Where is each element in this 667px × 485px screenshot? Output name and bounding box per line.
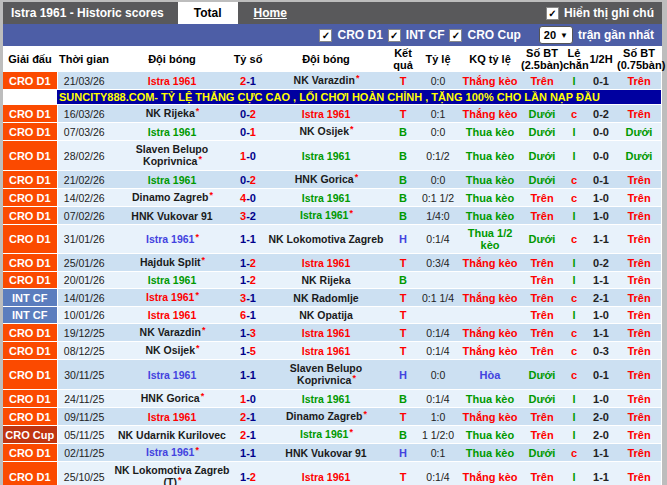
odd-even-cell: c (563, 171, 585, 189)
odds-cell: 0:1 1/4 (417, 289, 459, 307)
column-header: Giải đấu (3, 46, 57, 72)
half-time-score-cell: 1-1 (585, 324, 617, 342)
result-cell: B (389, 123, 417, 141)
home-team: NK Osijek* (111, 342, 233, 360)
odd-even-cell: c (563, 444, 585, 462)
over-under-0-75-cell: Trên (617, 462, 661, 485)
team-name: NK Lokomotiva Zagreb (269, 233, 384, 245)
handicap-star-icon: * (202, 255, 206, 265)
away-team: NK Lokomotiva Zagreb (263, 225, 389, 254)
odds-cell: 1:0 (417, 408, 459, 426)
match-row: CRO D121/03/26Istra 19612-1NK Varazdin*T… (3, 72, 661, 90)
over-under-2-5-cell: Trên (521, 254, 563, 272)
match-row: CRO D125/01/26Hajduk Split*1-2Istra 1961… (3, 254, 661, 272)
result-cell: H (389, 360, 417, 390)
match-date: 05/11/25 (57, 426, 111, 444)
odds-cell: 0:0 (417, 72, 459, 90)
match-date: 08/12/25 (57, 342, 111, 360)
match-row: INT CF10/01/26Istra 19616-1NK OpatijaTTr… (3, 307, 661, 324)
column-header: Kết quả (389, 46, 417, 72)
match-score: 0-2 (233, 105, 263, 123)
odds-result-cell: Thắng kèo (459, 254, 521, 272)
odds-result-cell: Thắng kèo (459, 324, 521, 342)
over-under-2-5-cell: Trên (521, 72, 563, 90)
result-cell: B (389, 141, 417, 171)
odds-result-cell: Thắng kèo (459, 342, 521, 360)
match-score: 1-0 (233, 390, 263, 408)
result-cell: B (389, 171, 417, 189)
home-team: Istra 1961* (111, 444, 233, 462)
match-row: CRO D120/01/26Istra 19611-2NK RijekaBTrê… (3, 272, 661, 289)
result-cell: H (389, 225, 417, 254)
match-score: 0-1 (233, 123, 263, 141)
half-time-score-cell: 1-0 (585, 307, 617, 324)
match-date: 14/02/26 (57, 189, 111, 207)
match-date: 02/11/25 (57, 444, 111, 462)
tab-home[interactable]: Home (238, 2, 303, 24)
half-time-score-cell: 1-1 (585, 272, 617, 289)
team-name: Istra 1961 (148, 75, 196, 87)
team-name: Istra 1961 (302, 150, 350, 162)
team-name: Istra 1961 (302, 393, 350, 405)
away-team: HNK Gorica* (263, 171, 389, 189)
odd-even-cell: c (563, 105, 585, 123)
result-cell: B (389, 272, 417, 289)
column-header: Đội bóng (263, 46, 389, 72)
odds-result-cell: Thắng kèo (459, 105, 521, 123)
match-date: 16/03/26 (57, 105, 111, 123)
match-score: 2-1 (233, 408, 263, 426)
team-name: NK Radomlje (293, 292, 358, 304)
handicap-star-icon: * (209, 190, 213, 200)
team-name: NK Osijek (145, 344, 195, 356)
league-badge: CRO D1 (3, 444, 57, 462)
over-under-0-75-cell: Trên (617, 207, 661, 225)
away-team: Istra 1961 (263, 141, 389, 171)
odds-cell: 0:1/4 (417, 342, 459, 360)
show-notes-group: ✓ Hiển thị ghi chú (546, 2, 662, 24)
team-name: NK Varazdin (140, 326, 201, 338)
half-time-score-cell: 0-2 (585, 105, 617, 123)
match-date: 30/11/25 (57, 360, 111, 390)
odds-cell: 0:1/4 (417, 462, 459, 485)
home-team: Istra 1961* (111, 225, 233, 254)
promo-banner-row: SUNCITY888.COM- TỶ LỆ THẮNG CỰC CAO , LỐ… (3, 90, 661, 105)
team-name: Istra 1961 (302, 327, 350, 339)
away-team: NK Radomlje (263, 289, 389, 307)
home-team: Istra 1961 (111, 408, 233, 426)
result-cell: B (389, 390, 417, 408)
match-row: INT CF14/01/26Istra 1961*3-1NK RadomljeT… (3, 289, 661, 307)
column-header: Số BT (2.5bàn) (521, 46, 563, 72)
team-name: Istra 1961 (146, 291, 194, 303)
filter-checkbox-cro-cup[interactable]: ✓ (449, 29, 462, 42)
team-name: NK Opatija (299, 309, 353, 321)
match-row: CRO D116/03/26NK Rijeka*0-2Istra 1961T0:… (3, 105, 661, 123)
over-under-2-5-cell: Trên (521, 342, 563, 360)
match-row: CRO D125/10/25NK Lokomotiva Zagreb (T)*1… (3, 462, 661, 485)
odds-result-cell: Thua kèo (459, 426, 521, 444)
handicap-star-icon: * (196, 106, 200, 116)
filter-checkbox-int-cf[interactable]: ✓ (388, 29, 401, 42)
home-team: NK Rijeka* (111, 105, 233, 123)
tab-total[interactable]: Total (178, 2, 238, 24)
half-time-score-cell: 0-0 (585, 123, 617, 141)
filter-checkbox-cro-d1[interactable]: ✓ (319, 29, 332, 42)
over-under-0-75-cell: Trên (617, 444, 661, 462)
column-header: 1/2H (585, 46, 617, 72)
odds-cell: 1/4:0 (417, 207, 459, 225)
odds-result-cell: Thua kèo (459, 123, 521, 141)
match-date: 07/03/26 (57, 123, 111, 141)
home-team: NK Varazdin* (111, 324, 233, 342)
result-cell: T (389, 462, 417, 485)
promo-banner[interactable]: SUNCITY888.COM- TỶ LỆ THẮNG CỰC CAO , LỐ… (57, 90, 661, 105)
over-under-2-5-cell: Trên (521, 189, 563, 207)
match-date: 19/12/25 (57, 324, 111, 342)
odds-cell: 0:0 (417, 360, 459, 390)
match-date: 21/03/26 (57, 72, 111, 90)
match-date: 24/11/25 (57, 390, 111, 408)
over-under-0-75-cell: Trên (617, 408, 661, 426)
result-cell: B (389, 426, 417, 444)
over-under-0-75-cell: Trên (617, 324, 661, 342)
show-notes-checkbox-icon[interactable]: ✓ (546, 7, 559, 20)
handicap-star-icon: * (178, 475, 182, 485)
match-count-select[interactable]: 20 ▼ (539, 26, 573, 44)
